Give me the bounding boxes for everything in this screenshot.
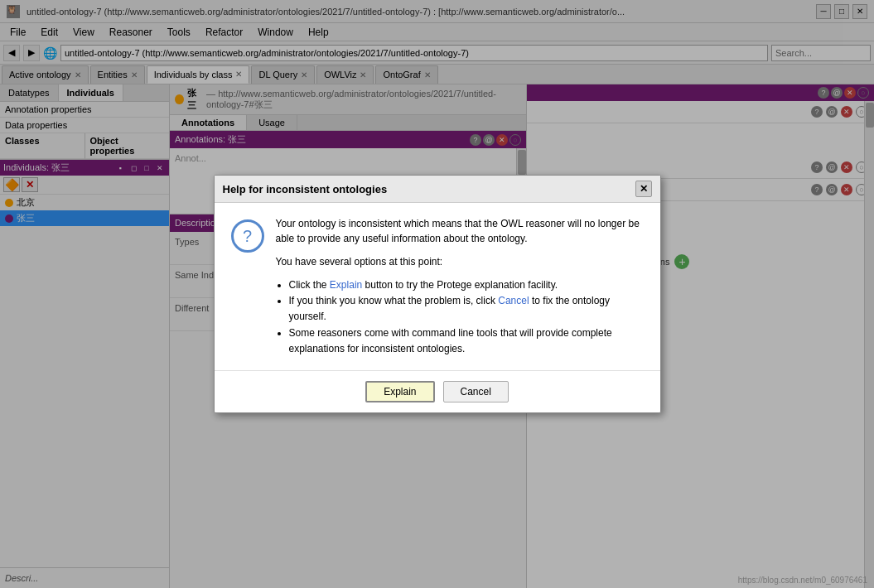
dialog-para-2: You have several options at this point: xyxy=(276,254,644,269)
dialog-body: ? Your ontology is inconsistent which me… xyxy=(215,203,660,370)
dialog-title: Help for inconsistent ontologies xyxy=(223,183,635,195)
dialog-bullet-3: Some reasoners come with command line to… xyxy=(289,325,644,357)
dialog-overlay: Help for inconsistent ontologies ✕ ? You… xyxy=(0,0,874,588)
dialog-title-bar: Help for inconsistent ontologies ✕ xyxy=(215,176,660,203)
explain-button[interactable]: Explain xyxy=(365,381,434,402)
dialog-close-btn[interactable]: ✕ xyxy=(635,181,652,197)
dialog-bullet-1: Click the Explain button to try the Prot… xyxy=(289,277,644,293)
dialog-bullet-2: If you think you know what the problem i… xyxy=(289,293,644,325)
cancel-button[interactable]: Cancel xyxy=(443,381,509,402)
explain-link[interactable]: Explain xyxy=(330,279,362,291)
info-icon-symbol: ? xyxy=(243,227,252,246)
inconsistent-dialog: Help for inconsistent ontologies ✕ ? You… xyxy=(214,175,661,413)
dialog-footer: Explain Cancel xyxy=(215,370,660,412)
dialog-bullets: Click the Explain button to try the Prot… xyxy=(289,277,644,357)
dialog-info-icon: ? xyxy=(231,219,264,253)
cancel-link[interactable]: Cancel xyxy=(498,295,529,306)
dialog-content: Your ontology is inconsistent which mean… xyxy=(276,216,644,357)
dialog-para-1: Your ontology is inconsistent which mean… xyxy=(276,216,644,246)
